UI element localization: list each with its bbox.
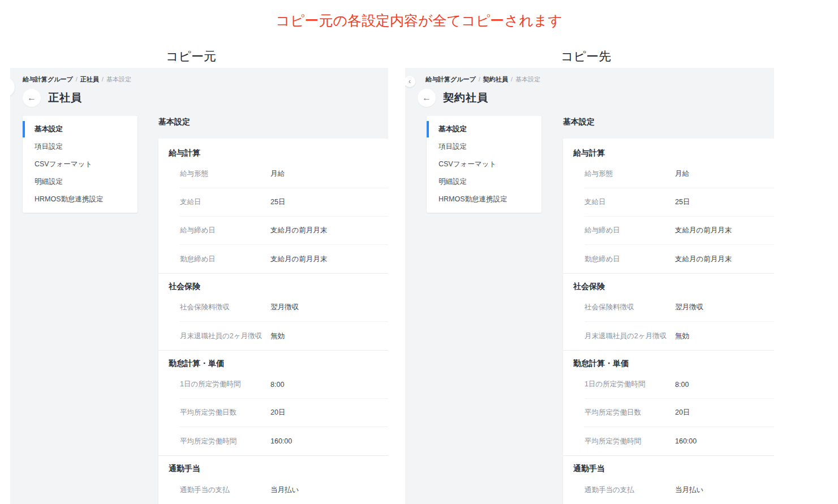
settings-section: 給与計算給与形態月給支給日25日給与締め日支給月の前月月末勤怠締め日支給月の前月… — [158, 145, 388, 273]
setting-value: 160:00 — [675, 437, 697, 445]
setting-row: 支給日25日 — [180, 188, 388, 217]
sidebar-item[interactable]: HRMOS勤怠連携設定 — [427, 191, 542, 208]
content-heading: 基本設定 — [563, 116, 774, 127]
breadcrumb-item[interactable]: 給与計算グループ — [23, 76, 73, 83]
back-button[interactable]: ← — [23, 89, 41, 107]
setting-label: 平均所定労働時間 — [180, 437, 270, 446]
section-title: 勤怠計算・単価 — [158, 356, 388, 371]
setting-row: 平均所定労働日数20日 — [180, 399, 388, 427]
setting-value: 20日 — [675, 408, 690, 417]
panel-header: ← 契約社員 — [418, 89, 488, 107]
sidebar-item[interactable]: HRMOS勤怠連携設定 — [23, 191, 137, 208]
setting-row: 勤怠締め日支給月の前月月末 — [585, 245, 774, 273]
back-arrow-icon: ← — [422, 93, 431, 103]
target-panel: ‹ 給与計算グループ/契約社員/基本設定 ← 契約社員 基本設定項目設定CSVフ… — [405, 68, 774, 504]
sidebar-item[interactable]: 項目設定 — [427, 138, 542, 156]
sidebar-item[interactable]: 明細設定 — [427, 173, 542, 191]
copy-target-label: コピー先 — [561, 48, 611, 65]
setting-row: 給与締め日支給月の前月月末 — [180, 217, 388, 245]
section-title: 社会保険 — [158, 279, 388, 294]
breadcrumb-separator: / — [76, 76, 78, 83]
setting-row: 通勤手当の支払当月払い — [585, 476, 774, 504]
setting-label: 給与形態 — [585, 169, 675, 179]
breadcrumb-item[interactable]: 正社員 — [80, 76, 99, 83]
settings-nav: 基本設定項目設定CSVフォーマット明細設定HRMOS勤怠連携設定 — [427, 116, 542, 213]
section-title: 給与計算 — [563, 145, 774, 160]
setting-value: 支給月の前月月末 — [675, 226, 732, 235]
panel-title: 契約社員 — [443, 91, 488, 105]
setting-row: 給与形態月給 — [585, 160, 774, 188]
setting-row: 通勤手当の支払当月払い — [180, 476, 388, 504]
breadcrumb-item[interactable]: 契約社員 — [483, 76, 508, 83]
setting-label: 月末退職社員の2ヶ月徴収 — [585, 331, 675, 341]
setting-label: 平均所定労働日数 — [180, 408, 270, 417]
panel-header: ← 正社員 — [23, 89, 82, 107]
collapse-panel-button[interactable]: ‹ — [405, 76, 415, 87]
setting-value: 月給 — [675, 169, 689, 179]
setting-value: 160:00 — [270, 437, 292, 445]
sidebar-item[interactable]: CSVフォーマット — [427, 156, 542, 173]
setting-label: 社会保険料徴収 — [180, 303, 270, 312]
setting-label: 1日の所定労働時間 — [585, 380, 675, 389]
setting-value: 無効 — [270, 331, 285, 341]
setting-row: 社会保険料徴収翌月徴収 — [585, 294, 774, 322]
setting-row: 月末退職社員の2ヶ月徴収無効 — [585, 322, 774, 350]
breadcrumb-item[interactable]: 給与計算グループ — [426, 76, 476, 83]
breadcrumb-separator: / — [511, 76, 513, 83]
setting-value: 当月払い — [270, 485, 299, 495]
breadcrumb-separator: / — [102, 76, 104, 83]
settings-section: 通勤手当通勤手当の支払当月払い — [563, 455, 774, 504]
settings-nav: 基本設定項目設定CSVフォーマット明細設定HRMOS勤怠連携設定 — [23, 116, 137, 213]
sidebar-item-label: 基本設定 — [439, 124, 467, 134]
chevron-left-icon: ‹ — [409, 78, 411, 85]
sidebar-item[interactable]: 明細設定 — [23, 173, 137, 191]
copy-source-label: コピー元 — [166, 48, 216, 65]
setting-label: 支給日 — [585, 197, 675, 207]
setting-label: 平均所定労働時間 — [585, 437, 675, 446]
setting-row: 平均所定労働時間160:00 — [585, 427, 774, 455]
setting-value: 無効 — [675, 331, 689, 341]
setting-row: 給与形態月給 — [180, 160, 388, 188]
sidebar-item[interactable]: CSVフォーマット — [23, 156, 137, 173]
panel-body: 基本設定項目設定CSVフォーマット明細設定HRMOS勤怠連携設定 基本設定 給与… — [10, 116, 388, 504]
panel-title: 正社員 — [48, 91, 82, 105]
setting-value: 25日 — [675, 197, 690, 207]
setting-label: 社会保険料徴収 — [585, 303, 675, 312]
sidebar-item[interactable]: 項目設定 — [23, 138, 137, 156]
settings-section: 社会保険社会保険料徴収翌月徴収月末退職社員の2ヶ月徴収無効 — [563, 273, 774, 350]
copy-warning-title: コピー元の各設定内容が全てコピーされます — [0, 11, 838, 30]
setting-label: 月末退職社員の2ヶ月徴収 — [180, 331, 270, 341]
setting-row: 平均所定労働日数20日 — [585, 399, 774, 427]
setting-value: 支給月の前月月末 — [270, 255, 327, 264]
setting-label: 給与形態 — [180, 169, 270, 179]
section-title: 社会保険 — [563, 279, 774, 294]
back-button[interactable]: ← — [418, 89, 436, 107]
setting-value: 8:00 — [675, 381, 689, 389]
sidebar-item-label: HRMOS勤怠連携設定 — [35, 195, 104, 204]
setting-value: 支給月の前月月末 — [270, 226, 327, 235]
setting-value: 翌月徴収 — [270, 303, 299, 312]
sidebar-item-label: CSVフォーマット — [439, 160, 496, 169]
setting-row: 月末退職社員の2ヶ月徴収無効 — [180, 322, 388, 350]
setting-value: 当月払い — [675, 485, 703, 495]
setting-row: 支給日25日 — [585, 188, 774, 217]
setting-value: 翌月徴収 — [675, 303, 703, 312]
breadcrumb-item: 基本設定 — [515, 76, 540, 83]
setting-label: 1日の所定労働時間 — [180, 380, 270, 389]
collapse-panel-button[interactable] — [10, 77, 15, 97]
setting-value: 8:00 — [270, 381, 284, 389]
active-tab-indicator — [23, 121, 25, 137]
setting-row: 勤怠締め日支給月の前月月末 — [180, 245, 388, 273]
setting-row: 給与締め日支給月の前月月末 — [585, 217, 774, 245]
sidebar-item-label: HRMOS勤怠連携設定 — [439, 195, 508, 204]
setting-label: 勤怠締め日 — [585, 255, 675, 264]
sidebar-item-label: 明細設定 — [439, 177, 467, 187]
setting-label: 通勤手当の支払 — [180, 485, 270, 495]
sidebar-item[interactable]: 基本設定 — [427, 120, 542, 138]
settings-card: 給与計算給与形態月給支給日25日給与締め日支給月の前月月末勤怠締め日支給月の前月… — [158, 139, 388, 504]
breadcrumb: 給与計算グループ/正社員/基本設定 — [23, 75, 131, 84]
setting-value: 月給 — [270, 169, 285, 179]
back-arrow-icon: ← — [27, 93, 36, 103]
breadcrumb-item: 基本設定 — [106, 76, 131, 83]
sidebar-item[interactable]: 基本設定 — [23, 120, 137, 138]
